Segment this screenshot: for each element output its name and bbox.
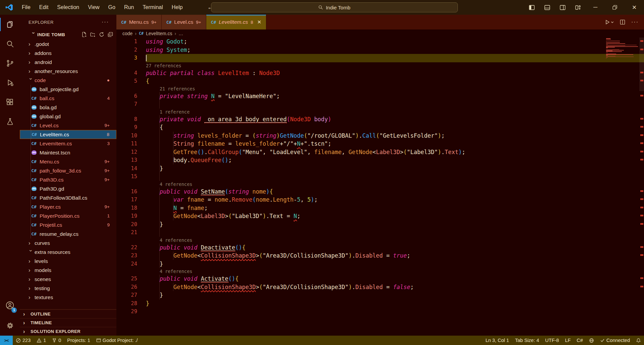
breadcrumb-folder[interactable]: code (122, 31, 132, 36)
status-utf-8[interactable]: UTF-8 (542, 336, 562, 345)
tree-item-Level.cs[interactable]: C#Level.cs9+ (20, 121, 116, 130)
tree-item-PathFollow3DBall.cs[interactable]: C#PathFollow3DBall.cs (20, 193, 116, 202)
tree-item-addons[interactable]: ›addons (20, 49, 116, 58)
status-c[interactable]: C# (574, 336, 586, 345)
status-lf[interactable]: LF (562, 336, 574, 345)
tree-item-models[interactable]: ›models (20, 266, 116, 275)
refresh-icon[interactable] (99, 32, 104, 37)
run-project-icon[interactable] (605, 19, 614, 25)
toggle-secondary-sidebar-icon[interactable] (555, 0, 570, 15)
toggle-panel-icon[interactable] (539, 0, 555, 15)
tree-item-global.gd[interactable]: global.gd (20, 112, 116, 121)
explorer-section-header[interactable]: › INDIE TOMB (20, 29, 116, 40)
status-text: C# (577, 338, 583, 343)
section-timeline[interactable]: ›TIMELINE (20, 318, 116, 327)
customize-layout-icon[interactable] (570, 0, 586, 15)
tab-Menu.cs[interactable]: C#Menu.cs9+ (116, 15, 162, 29)
tree-item-another_resources[interactable]: ›another_resources (20, 67, 116, 76)
tree-item-Projetil.cs[interactable]: C#Projetil.cs9 (20, 220, 116, 229)
tree-item-Path3D.gd[interactable]: Path3D.gd (20, 184, 116, 193)
tree-item-code[interactable]: ›code● (20, 76, 116, 85)
tree-item-ball.cs[interactable]: C#ball.cs4 (20, 94, 116, 103)
status-tab-size-4[interactable]: Tab Size: 4 (512, 336, 542, 345)
tree-item-Path3D.cs[interactable]: C#Path3D.cs9+ (20, 175, 116, 184)
tree-item-.godot[interactable]: ›.godot (20, 40, 116, 49)
codelens-references[interactable]: 4 references (146, 181, 192, 188)
close-button[interactable]: ✕ (625, 0, 644, 15)
codelens-references[interactable]: 4 references (146, 237, 192, 244)
editor-more-actions-icon[interactable]: ··· (631, 19, 639, 25)
account-icon[interactable]: 1 (0, 295, 20, 316)
menu-help[interactable]: Help (167, 0, 187, 15)
minimap[interactable] (606, 38, 638, 59)
tree-item-Menu.cs[interactable]: C#Menu.cs9+ (20, 157, 116, 166)
tree-item-LevemItem.cs[interactable]: C#LevemItem.cs3 (20, 139, 116, 148)
tree-item-android[interactable]: ›android (20, 58, 116, 67)
toggle-sidebar-icon[interactable] (524, 0, 539, 15)
menu-selection[interactable]: Selection (53, 0, 84, 15)
tab-close-icon[interactable]: ✕ (257, 19, 262, 25)
tree-item-Player.cs[interactable]: C#Player.cs9+ (20, 202, 116, 211)
status-connected[interactable]: Connected (597, 336, 633, 345)
status-godot-project[interactable]: Godot Project: ./ (93, 336, 141, 345)
code-editor[interactable]: 1using Godot;2using System;327 reference… (116, 38, 644, 336)
section-solution-explorer[interactable]: ›SOLUTION EXPLORER (20, 327, 116, 336)
activity-source-control-icon[interactable] (0, 54, 20, 73)
command-center-search[interactable]: Indie Tomb (211, 2, 458, 12)
breadcrumb-file[interactable]: LevelItem.cs (146, 31, 172, 36)
collapse-all-icon[interactable] (108, 32, 113, 37)
tab-Level.cs[interactable]: C#Level.cs9+ (162, 15, 206, 29)
csharp-file-icon: C# (31, 211, 37, 220)
status-223[interactable]: 223 (13, 336, 34, 345)
menu-go[interactable]: Go (104, 0, 120, 15)
status-projects-1[interactable]: Projects: 1 (64, 336, 93, 345)
menu-file[interactable]: File (17, 0, 35, 15)
tab-LevelItem.cs[interactable]: C#LevelItem.cs8✕ (206, 15, 267, 29)
activity-explorer-icon[interactable] (0, 15, 20, 34)
minimize-button[interactable]: ─ (586, 0, 605, 15)
tree-item-Maintest.tscn[interactable]: Maintest.tscn (20, 148, 116, 157)
status-globe[interactable] (586, 336, 597, 345)
activity-run-debug-icon[interactable] (0, 73, 20, 92)
restore-button[interactable] (605, 0, 625, 15)
status-bell[interactable] (633, 336, 644, 345)
tree-item-testing[interactable]: ›testing (20, 284, 116, 293)
menu-edit[interactable]: Edit (35, 0, 53, 15)
menu-run[interactable]: Run (120, 0, 138, 15)
section-outline[interactable]: ›OUTLINE (20, 309, 116, 318)
new-file-icon[interactable] (82, 32, 87, 37)
menu-view[interactable]: View (84, 0, 104, 15)
new-folder-icon[interactable] (90, 32, 96, 37)
breadcrumb-symbol[interactable]: … (178, 31, 183, 36)
token-fo: GetNode (173, 284, 198, 290)
activity-search-icon[interactable] (0, 34, 20, 54)
breadcrumb[interactable]: code › C# LevelItem.cs › … (116, 29, 644, 38)
activity-extensions-icon[interactable] (0, 92, 20, 112)
split-editor-icon[interactable] (620, 19, 625, 25)
activity-testing-icon[interactable] (0, 112, 20, 131)
tree-item-bola.gd[interactable]: bola.gd (20, 103, 116, 112)
tree-item-PlayerPosition.cs[interactable]: C#PlayerPosition.cs1 (20, 211, 116, 220)
tree-item-extra resources[interactable]: ›extra resources (20, 248, 116, 257)
status-ln-3-col-1[interactable]: Ln 3, Col 1 (482, 336, 512, 345)
tree-item-resume_delay.cs[interactable]: C#resume_delay.cs (20, 229, 116, 238)
status-0[interactable]: 0 (49, 336, 64, 345)
codelens-references[interactable]: 27 references (146, 62, 181, 69)
menu-terminal[interactable]: Terminal (138, 0, 167, 15)
tree-item-ball_projectile.gd[interactable]: ball_projectile.gd (20, 85, 116, 94)
remote-indicator[interactable]: >< (0, 336, 13, 345)
tree-item-levels[interactable]: ›levels (20, 257, 116, 266)
codelens-references[interactable]: 4 references (146, 268, 192, 275)
settings-gear-icon[interactable] (0, 316, 20, 336)
explorer-more-actions-icon[interactable]: ··· (102, 19, 109, 25)
status-1[interactable]: 1 (34, 336, 49, 345)
tree-item-scenes[interactable]: ›scenes (20, 275, 116, 284)
tree-item-path_follow_3d.cs[interactable]: C#path_follow_3d.cs9+ (20, 166, 116, 175)
scrollbar-thumb[interactable] (639, 38, 644, 91)
tree-item-textures[interactable]: ›textures (20, 293, 116, 302)
tree-item-curves[interactable]: ›curves (20, 238, 116, 248)
codelens-references[interactable]: 21 references (146, 85, 195, 92)
tree-item-LevelItem.cs[interactable]: C#LevelItem.cs8 (20, 130, 116, 139)
line-content: using System; (146, 46, 644, 54)
codelens-references[interactable]: 1 reference (146, 109, 190, 115)
